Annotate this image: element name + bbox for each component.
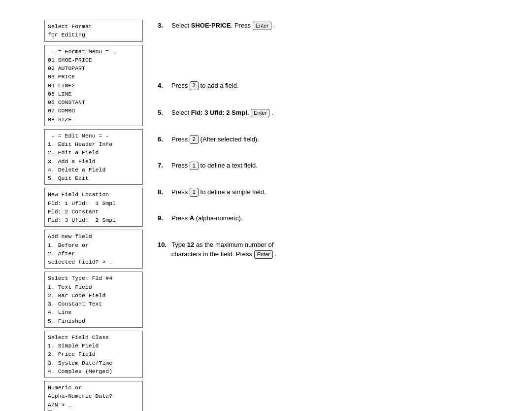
step-9: 9.Press A (alpha-numeric). [158, 212, 488, 224]
right-column: 3.Select SHOE-PRICE. Press Enter .4.Pres… [158, 20, 488, 411]
bold-text: 12 [187, 241, 194, 248]
terminal-box-box7: Select Field Class 1. Simple Field 2. Pr… [44, 331, 143, 378]
key-button-enter: Enter [253, 22, 271, 30]
terminal-box-box4: New Field Location Fld: 1 Ufld: 1 Smpl F… [44, 188, 143, 227]
bold-text: A [190, 214, 194, 222]
page-container: Select Format for Editing - = Format Men… [0, 0, 532, 411]
step-5: 5.Select Fld: 3 Ufld: 2 Smpl. Enter . [158, 107, 488, 119]
step-8: 8.Press 1 to define a simple field. [158, 186, 488, 198]
terminal-box-box1: Select Format for Editing [44, 20, 143, 42]
step-text: Press 2 (After selected field). [171, 135, 488, 144]
step-number: 7. [158, 161, 168, 171]
step-number: 10. [158, 240, 168, 250]
left-column: Select Format for Editing - = Format Men… [44, 20, 143, 411]
step-number: 6. [158, 135, 168, 144]
step-6: 6.Press 2 (After selected field). [158, 134, 488, 145]
terminal-box-box2: - = Format Menu = - 01 SHOE-PRICE 02 AUT… [44, 45, 143, 126]
terminal-box-box5: Add new field 1. Before or 2. After sele… [44, 230, 143, 269]
step-text: Select Fld: 3 Ufld: 2 Smpl. Enter . [171, 108, 488, 118]
step-number: 5. [158, 108, 168, 118]
bold-text: Fld: 3 Ufld: 2 Smpl. [191, 109, 249, 116]
content-area: Select Format for Editing - = Format Men… [44, 20, 488, 411]
step-number: 4. [158, 81, 168, 91]
step-text: Select SHOE-PRICE. Press Enter . [171, 21, 488, 31]
step-3: 3.Select SHOE-PRICE. Press Enter . [158, 20, 488, 32]
step-number: 9. [158, 213, 168, 223]
step-number: 3. [158, 21, 168, 31]
key-button-enter: Enter [254, 250, 273, 259]
step-4: 4.Press 3 to add a field. [158, 80, 488, 92]
step-text: Type 12 as the maximum number ofcharacte… [171, 240, 488, 259]
step-text: Press A (alpha-numeric). [171, 213, 488, 223]
key-button-2: 2 [190, 135, 199, 143]
terminal-box-box6: Select Type: Fld #4 1. Text Field 2. Bar… [44, 272, 143, 328]
bold-text: SHOE-PRICE [191, 22, 231, 29]
step-text: Press 3 to add a field. [171, 81, 488, 91]
step-10: 10.Type 12 as the maximum number ofchara… [158, 239, 488, 260]
step-text: Press 1 to define a simple field. [171, 187, 488, 197]
key-button-enter: Enter [251, 109, 269, 117]
key-button-1: 1 [190, 162, 199, 170]
terminal-box-box3: - = Edit Menu = - 1. Edit Header Info 2.… [44, 129, 143, 185]
step-number: 8. [158, 187, 168, 197]
key-button-3: 3 [190, 81, 199, 90]
step-7: 7.Press 1 to define a text field. [158, 160, 488, 171]
terminal-box-box8: Numeric orAlpha-Numeric Data?A/N > _ [44, 381, 143, 411]
step-text: Press 1 to define a text field. [171, 161, 488, 171]
key-button-1: 1 [190, 188, 199, 196]
